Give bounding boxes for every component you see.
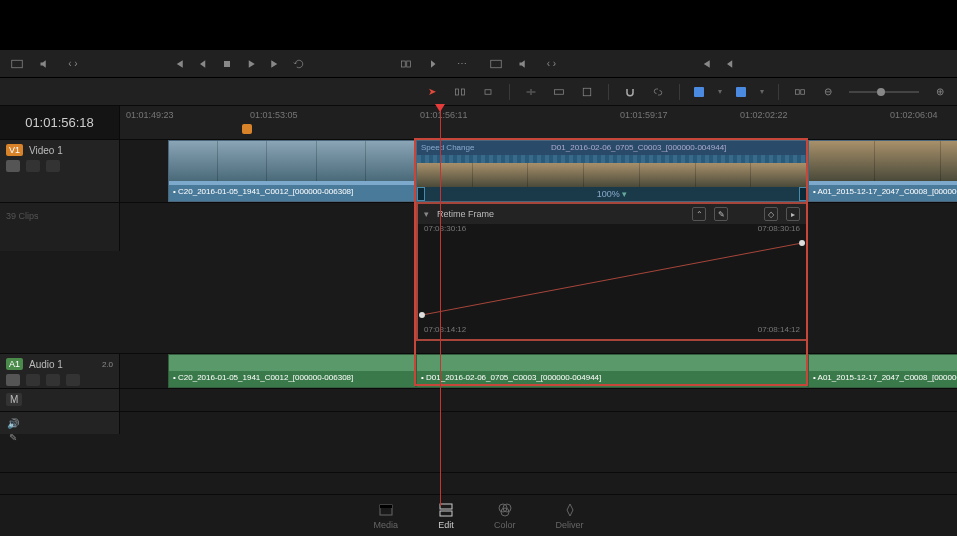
video-clip-1[interactable]: • C20_2016-01-05_1941_C0012_[000000-0063… (168, 140, 416, 202)
insert-icon[interactable] (524, 85, 538, 99)
overwrite-icon[interactable] (552, 85, 566, 99)
a1-tag: A1 (6, 358, 23, 370)
ruler-tick: 01:01:59:17 (620, 110, 668, 120)
speed-percent-bar[interactable]: 100% ▾ (417, 187, 807, 201)
svg-point-13 (419, 312, 425, 318)
master-header[interactable]: 🔊 ✎ (0, 412, 120, 434)
loop-icon[interactable] (292, 57, 306, 71)
audio-clip-1[interactable]: • C20_2016-01-05_1941_C0012_[000000-0063… (168, 354, 416, 388)
audio-clip-2[interactable]: • D01_2016-02-06_0705_C0003_[000000-0049… (416, 354, 808, 388)
arrow-tool-icon[interactable]: ➤ (425, 85, 439, 99)
speed-arrows (417, 155, 807, 163)
mute-button[interactable] (46, 374, 60, 386)
flag-blue-2[interactable] (736, 87, 746, 97)
zoom-in-icon[interactable]: ⊕ (933, 85, 947, 99)
zoom-slider[interactable] (849, 91, 919, 93)
video-clip-2-speed[interactable]: Speed ChangeD01_2016-02-06_0705_C0003_[0… (416, 140, 808, 202)
stop-icon[interactable] (220, 57, 234, 71)
m-header[interactable]: M (0, 389, 120, 411)
tab-edit[interactable]: Edit (438, 502, 454, 530)
m-track: M (0, 389, 957, 412)
tc-bot-right: 07:08:14:12 (758, 325, 800, 337)
v1-header[interactable]: V1Video 1 (0, 140, 120, 202)
svg-rect-5 (456, 89, 459, 95)
link-icon[interactable] (651, 85, 665, 99)
disable-button[interactable] (26, 160, 40, 172)
timeline-viewer[interactable] (479, 0, 958, 50)
solo-button[interactable] (26, 374, 40, 386)
replace-icon[interactable] (580, 85, 594, 99)
video-clip-3[interactable]: • A01_2015-12-17_2047_C0008_[000000-0005… (808, 140, 957, 202)
svg-point-14 (799, 240, 805, 246)
timecode-display[interactable]: 01:01:56:18 (0, 106, 120, 139)
prev-frame-icon[interactable] (723, 57, 737, 71)
speed-percent[interactable]: 100% ▾ (597, 189, 628, 199)
svg-rect-18 (440, 511, 452, 516)
view-mode-icon[interactable] (489, 57, 503, 71)
a1-body[interactable]: • C20_2016-01-05_1941_C0012_[000000-0063… (120, 354, 957, 388)
speed-change-label: Speed Change (421, 143, 474, 153)
zoom-out-icon[interactable]: ⊖ (821, 85, 835, 99)
timeline-ruler[interactable]: 01:01:49:2301:01:53:0501:01:56:1101:01:5… (120, 106, 957, 139)
retime-header: ▾ Retime Frame ⌃ ✎ ◇ ▸ (418, 204, 806, 224)
viewer-row (0, 0, 957, 50)
audio-track-1: A1Audio 12.0 • C20_2016-01-05_1941_C0012… (0, 354, 957, 389)
ruler-tick: 01:01:56:11 (420, 110, 468, 120)
clip-label: • A01_2015-12-17_2047_C0008_[000000-0005… (809, 371, 957, 387)
m-body[interactable] (120, 389, 957, 411)
tc-top-left: 07:08:30:16 (424, 224, 466, 233)
first-frame-icon[interactable] (172, 57, 186, 71)
speaker-icon[interactable] (38, 57, 52, 71)
retime-curve-panel[interactable]: ▾ Retime Frame ⌃ ✎ ◇ ▸ 07:08:30:16 07:08… (416, 202, 808, 341)
master-mute-track: 🔊 ✎ (0, 412, 957, 473)
v1-body[interactable]: • C20_2016-01-05_1941_C0012_[000000-0063… (120, 140, 957, 202)
next-edit-icon[interactable] (427, 57, 441, 71)
mute-button[interactable] (46, 160, 60, 172)
ruler-tick: 01:02:02:22 (740, 110, 788, 120)
snap-icon[interactable] (623, 85, 637, 99)
blade-tool-icon[interactable] (481, 85, 495, 99)
view-mode-icon[interactable] (10, 57, 24, 71)
lock-button[interactable] (6, 374, 20, 386)
nav-prev-icon[interactable]: ‹ › (545, 57, 559, 71)
svg-rect-16 (380, 505, 392, 508)
retime-top-tc: 07:08:30:16 07:08:30:16 (418, 224, 806, 233)
timeline-header: 01:01:56:18 01:01:49:2301:01:53:0501:01:… (0, 106, 957, 140)
prev-keyframe-icon[interactable]: ◇ (764, 207, 778, 221)
marker-orange[interactable] (242, 124, 252, 134)
tab-deliver[interactable]: Deliver (556, 502, 584, 530)
flag-blue[interactable] (694, 87, 704, 97)
source-viewer[interactable] (0, 0, 479, 50)
a1-header[interactable]: A1Audio 12.0 (0, 354, 120, 388)
prev-frame-icon[interactable] (196, 57, 210, 71)
speaker-icon[interactable] (517, 57, 531, 71)
svg-rect-1 (224, 61, 230, 67)
audio-clip-3[interactable]: • A01_2015-12-17_2047_C0008_[000000-0005… (808, 354, 957, 388)
speed-handle-right[interactable] (799, 187, 807, 201)
match-frame-icon[interactable] (399, 57, 413, 71)
curve-linear-icon[interactable]: ⌃ (692, 207, 706, 221)
next-keyframe-icon[interactable]: ▸ (786, 207, 800, 221)
tab-color[interactable]: Color (494, 502, 516, 530)
retime-graph[interactable] (418, 233, 806, 323)
tab-media[interactable]: Media (373, 502, 398, 530)
curve-smooth-icon[interactable]: ✎ (714, 207, 728, 221)
speed-handle-left[interactable] (417, 187, 425, 201)
clip-count: 39 Clips (6, 207, 113, 221)
record-button[interactable] (66, 374, 80, 386)
svg-rect-0 (12, 60, 23, 68)
tc-bot-left: 07:08:14:12 (424, 325, 466, 337)
nav-prev-icon[interactable]: ‹ › (66, 57, 80, 71)
auto-icon[interactable]: ✎ (6, 430, 20, 444)
trim-tool-icon[interactable] (453, 85, 467, 99)
a1-level: 2.0 (102, 360, 113, 369)
speaker-icon[interactable]: 🔊 (6, 416, 20, 430)
m-tag: M (6, 393, 22, 406)
last-frame-icon[interactable] (268, 57, 282, 71)
thumbnail-view-icon[interactable] (793, 85, 807, 99)
play-icon[interactable] (244, 57, 258, 71)
first-frame-icon[interactable] (699, 57, 713, 71)
lock-button[interactable] (6, 160, 20, 172)
options-icon[interactable]: ⋯ (455, 57, 469, 71)
separator (608, 84, 609, 100)
